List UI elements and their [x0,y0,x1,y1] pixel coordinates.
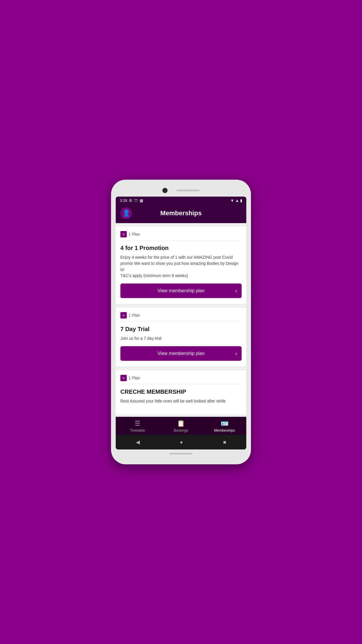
phone-bottom [116,449,246,456]
nav-item-bookings[interactable]: 📋 Bookings [169,420,193,433]
phone-top [116,186,246,197]
bottom-nav: ☰ Timetable 📋 Bookings 🪪 Memberships [116,417,246,435]
membership-card-2: ≡ 1 Plan 7 Day Trial Join us for a 7 day… [116,307,246,367]
view-plan-label-2: View membership plan [157,351,205,356]
avatar[interactable]: 👤 [120,207,132,219]
card-desc-3: Rest Assured your little ones will be we… [120,398,242,404]
view-plan-button-2[interactable]: View membership plan › [120,346,242,361]
person-icon: 👤 [122,209,130,217]
nav-item-timetable[interactable]: ☰ Timetable [126,420,149,433]
status-right: ▼ ▲ ▮ [230,198,242,203]
plan-count-2: 1 Plan [129,313,140,318]
plan-count-3: 1 Plan [129,376,140,380]
nav-label-timetable: Timetable [130,428,145,433]
app-header: 👤 Memberships [116,204,246,223]
status-left: 3:28 ⚙ 🛡 ▦ [120,198,143,203]
card-desc-2: Join us for a 7 day trial [120,335,242,342]
nav-label-memberships: Memberships [214,428,235,433]
battery-icon: ▮ [240,198,242,203]
shield-icon: 🛡 [134,198,138,203]
camera [162,188,168,193]
page-title: Memberships [136,209,226,217]
membership-card-1: ≡ 1 Plan 4 for 1 Promotion Enjoy 4 weeks… [116,226,246,304]
phone-screen: 3:28 ⚙ 🛡 ▦ ▼ ▲ ▮ 👤 Memberships ≡ [116,197,246,449]
plan-count-1: 1 Plan [129,232,140,237]
plan-badge-3: ≡ 1 Plan [120,375,242,384]
speaker [176,190,200,191]
recent-button[interactable]: ■ [217,438,232,447]
signal-icon: ▲ [235,198,239,203]
timetable-icon: ☰ [135,420,140,427]
bottom-indicator [169,453,193,454]
back-button[interactable]: ◀ [130,438,146,447]
card-title-2: 7 Day Trial [120,326,242,332]
plan-badge-2: ≡ 1 Plan [120,312,242,322]
plan-icon-3: ≡ [120,375,127,381]
content-area: ≡ 1 Plan 4 for 1 Promotion Enjoy 4 weeks… [116,223,246,417]
sd-card-icon: ▦ [140,198,143,203]
nav-item-memberships[interactable]: 🪪 Memberships [213,420,236,433]
plan-badge-1: ≡ 1 Plan [120,231,242,241]
plan-icon-2: ≡ [120,312,127,318]
android-nav: ◀ ● ■ [116,435,246,449]
wifi-icon: ▼ [230,198,234,203]
nav-label-bookings: Bookings [174,428,188,433]
plan-icon-1: ≡ [120,231,127,237]
chevron-right-icon-1: › [235,288,237,294]
home-button[interactable]: ● [174,438,189,447]
status-bar: 3:28 ⚙ 🛡 ▦ ▼ ▲ ▮ [116,197,246,204]
chevron-right-icon-2: › [235,351,237,357]
view-plan-label-1: View membership plan [157,288,205,293]
phone-frame: 3:28 ⚙ 🛡 ▦ ▼ ▲ ▮ 👤 Memberships ≡ [111,180,251,464]
memberships-icon: 🪪 [221,420,229,427]
status-time: 3:28 [120,198,127,203]
settings-icon: ⚙ [129,198,132,203]
card-desc-1: Enjoy 4 weeks for the price of 1 with ou… [120,254,242,279]
bookings-icon: 📋 [177,420,185,427]
membership-card-3: ≡ 1 Plan CRECHE MEMBERSHIP Rest Assured … [116,370,246,415]
view-plan-button-1[interactable]: View membership plan › [120,284,242,298]
card-title-1: 4 for 1 Promotion [120,245,242,251]
card-title-3: CRECHE MEMBERSHIP [120,388,242,395]
